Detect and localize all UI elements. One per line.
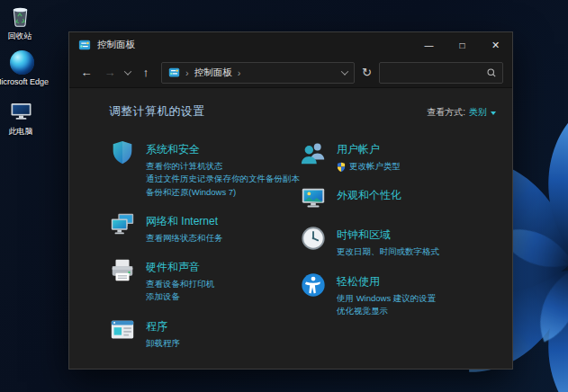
edge-icon [10,50,34,75]
category-clock-region: 时钟和区域 更改日期、时间或数字格式 [300,225,507,258]
desktop-icon-label: Microsoft Edge [0,77,49,86]
view-by-category-link[interactable]: 类别 [469,106,487,119]
window-title: 控制面板 [97,39,135,51]
link-file-history-backup[interactable]: 通过文件历史记录保存你的文件备份副本 [146,173,300,185]
link-windows-suggested-settings[interactable]: 使用 Windows 建议的设置 [337,292,436,305]
control-panel-icon [78,39,91,51]
window-controls: — □ ✕ [412,32,512,58]
search-icon[interactable] [486,67,497,78]
link-change-account-type[interactable]: 更改帐户类型 [337,160,401,173]
refresh-button[interactable]: ↻ [362,66,372,79]
desktop-icon-label: 回收站 [8,31,32,42]
categories-right-column: 用户帐户 [300,139,507,362]
page-title: 调整计算机的设置 [109,103,204,120]
view-by-label: 查看方式: [427,106,465,119]
desktop: 回收站 Microsoft Edge 此电脑 控制面板 [0,0,568,392]
user-accounts-icon[interactable] [300,139,327,166]
breadcrumb-control-panel[interactable]: 控制面板 [194,67,232,79]
navigation-bar: ← → ↑ › 控制面板 › ↻ [69,58,512,88]
category-appearance-personalization: 外观和个性化 [300,185,507,212]
link-view-devices-printers[interactable]: 查看设备和打印机 [146,278,214,290]
desktop-icon-this-pc[interactable]: 此电脑 [0,99,52,138]
link-uninstall-program[interactable]: 卸载程序 [146,337,180,350]
uac-shield-icon [337,162,346,172]
link-label: 更改帐户类型 [349,160,401,173]
chevron-right-icon: › [185,67,189,78]
category-ease-of-access: 轻松使用 使用 Windows 建议的设置 优化视觉显示 [300,272,507,318]
chevron-right-icon[interactable]: › [238,67,241,78]
printer-icon[interactable] [109,257,136,284]
minimize-button[interactable]: — [412,32,446,58]
category-hardware-sound: 硬件和声音 查看设备和打印机 添加设备 [109,257,300,304]
recent-pages-chevron-icon[interactable] [124,67,131,75]
search-input[interactable] [385,67,486,78]
category-title-user-accounts[interactable]: 用户帐户 [337,142,380,157]
desktop-icon-microsoft-edge[interactable]: Microsoft Edge [0,50,53,86]
category-system-security: 系统和安全 查看你的计算机状态 通过文件历史记录保存你的文件备份副本 备份和还原… [109,139,300,199]
control-panel-window: 控制面板 — □ ✕ ← → ↑ › 控制面板 [68,31,513,370]
this-pc-icon [9,99,33,123]
category-title-clock-region[interactable]: 时钟和区域 [337,227,391,243]
link-change-date-time-formats[interactable]: 更改日期、时间或数字格式 [337,245,439,258]
control-panel-content: 调整计算机的设置 查看方式: 类别 [69,88,512,369]
category-title-programs[interactable]: 程序 [146,319,167,334]
close-button[interactable]: ✕ [479,32,512,58]
programs-window-icon[interactable] [109,316,136,343]
network-monitors-icon[interactable] [109,211,136,238]
address-bar[interactable]: › 控制面板 › [161,62,355,84]
recycle-bin-icon [8,4,32,28]
window-titlebar: 控制面板 — □ ✕ [69,32,512,58]
link-add-device[interactable]: 添加设备 [146,290,214,303]
content-header: 调整计算机的设置 查看方式: 类别 [109,103,496,120]
security-shield-icon[interactable] [109,139,136,166]
category-title-network-internet[interactable]: 网络和 Internet [146,214,218,229]
forward-button[interactable]: → [102,66,118,79]
category-programs: 程序 卸载程序 [109,316,300,350]
category-title-system-security[interactable]: 系统和安全 [146,142,200,157]
category-title-ease-of-access[interactable]: 轻松使用 [337,274,380,290]
accessibility-icon[interactable] [300,272,327,298]
personalization-monitor-icon[interactable] [300,185,327,212]
control-panel-icon [168,67,180,78]
chevron-down-icon[interactable] [491,111,496,115]
view-by: 查看方式: 类别 [427,106,496,119]
back-button[interactable]: ← [78,66,95,79]
category-network-internet: 网络和 Internet 查看网络状态和任务 [109,211,300,245]
up-button[interactable]: ↑ [138,66,154,79]
link-backup-restore-win7[interactable]: 备份和还原(Windows 7) [146,186,300,199]
link-check-computer-status[interactable]: 查看你的计算机状态 [146,160,300,173]
desktop-icon-recycle-bin[interactable]: 回收站 [0,4,51,42]
category-user-accounts: 用户帐户 [300,139,507,173]
address-dropdown-chevron-icon[interactable] [341,67,348,75]
maximize-button[interactable]: □ [446,32,479,58]
link-optimize-visual-display[interactable]: 优化视觉显示 [337,305,436,317]
link-view-network-status[interactable]: 查看网络状态和任务 [146,232,223,245]
desktop-icon-label: 此电脑 [9,126,33,138]
category-title-hardware-sound[interactable]: 硬件和声音 [146,260,200,275]
category-title-appearance-personalization[interactable]: 外观和个性化 [337,188,401,203]
categories-left-column: 系统和安全 查看你的计算机状态 通过文件历史记录保存你的文件备份副本 备份和还原… [109,139,300,362]
search-box[interactable] [379,62,503,84]
clock-icon[interactable] [300,225,327,252]
